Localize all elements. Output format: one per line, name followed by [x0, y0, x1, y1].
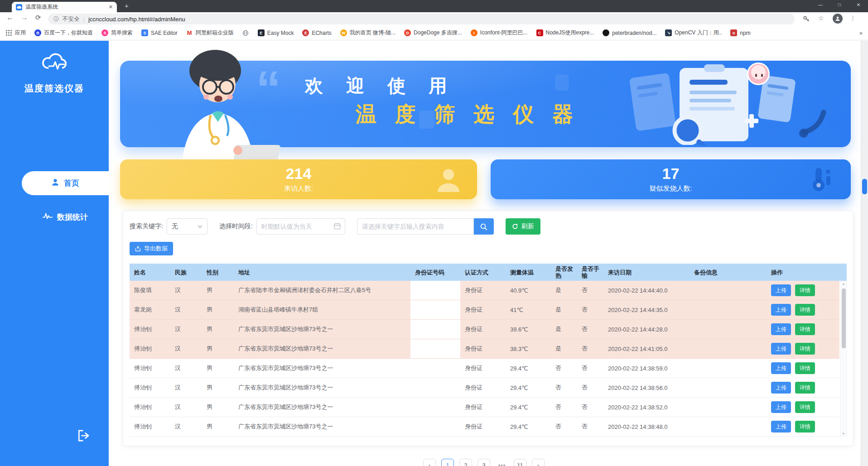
- page-button[interactable]: 3: [477, 459, 490, 466]
- detail-button[interactable]: 详情: [795, 421, 815, 432]
- bookmark-item[interactable]: CNodeJS使用expre...: [536, 29, 594, 37]
- sidebar-item-statistics[interactable]: 数据统计: [22, 207, 109, 226]
- scrollbar-thumb[interactable]: [842, 288, 846, 348]
- refresh-button[interactable]: 刷新: [506, 218, 540, 235]
- bookmark-item[interactable]: DDogeDoge 多吉搜...: [404, 29, 462, 37]
- search-field: [357, 218, 494, 235]
- bookmark-item[interactable]: W我的首页 微博-随...: [340, 29, 395, 37]
- row-actions: 上传详情: [767, 300, 839, 319]
- table-cell: 身份证: [460, 359, 506, 378]
- address-bar[interactable]: ⓘ 不安全 | jccnccloud.com/hp.html#/adminMen…: [48, 14, 795, 24]
- upload-button[interactable]: 上传: [771, 343, 791, 355]
- detail-button[interactable]: 详情: [795, 382, 815, 394]
- bookmark-item[interactable]: IIconfont-阿里巴巴...: [471, 29, 528, 37]
- window-maximize-button[interactable]: □: [830, 0, 849, 11]
- browser-tab[interactable]: 温度筛选系统 ✕: [12, 2, 117, 12]
- chrome-menu-icon[interactable]: ⋮: [850, 14, 856, 21]
- tab-close-icon[interactable]: ✕: [109, 4, 113, 10]
- profile-avatar[interactable]: [833, 14, 843, 24]
- table-cell: 是: [551, 339, 577, 358]
- table-cell: 广东省东莞市莞城区沙地塘73号之一: [234, 359, 410, 378]
- bookmark-star-icon[interactable]: ☆: [818, 14, 824, 22]
- detail-button[interactable]: 详情: [795, 401, 815, 413]
- upload-button[interactable]: 上传: [771, 323, 791, 335]
- bookmark-item[interactable]: ↘OpenCV 入门：用..: [665, 29, 722, 37]
- sidebar-item-home[interactable]: 首页: [22, 171, 109, 195]
- bookmark-item[interactable]: [242, 29, 249, 36]
- table-cell: 广东省东莞市莞城区沙地塘73号之一: [234, 417, 410, 436]
- bookmark-label: Easy Mock: [267, 30, 294, 36]
- page-info-icon[interactable]: ⓘ: [53, 15, 59, 23]
- export-data-button[interactable]: 导出数据: [130, 242, 173, 255]
- medical-clipboard-illustration: [626, 64, 834, 147]
- bookmarks-overflow-icon[interactable]: »: [859, 29, 863, 36]
- bookmark-item[interactable]: nnpm: [730, 29, 750, 36]
- window-close-button[interactable]: ✕: [849, 0, 868, 11]
- security-status: 不安全: [63, 15, 80, 23]
- page-scrollbar[interactable]: [861, 41, 868, 466]
- page-scrollbar-thumb[interactable]: [862, 179, 867, 194]
- table-cell: 39.6℃: [506, 320, 551, 339]
- user-avatar[interactable]: [747, 62, 770, 85]
- bookmark-item[interactable]: M阿里邮箱企业版: [186, 29, 234, 37]
- bookmark-label: 百度一下，你就知道: [44, 29, 93, 37]
- next-page-button[interactable]: ›: [532, 459, 545, 466]
- upload-button[interactable]: 上传: [771, 284, 791, 296]
- page-button[interactable]: 2: [459, 459, 472, 466]
- search-input[interactable]: [357, 218, 474, 235]
- detail-button[interactable]: 详情: [795, 284, 815, 296]
- page-button[interactable]: 1: [441, 459, 454, 466]
- page-button[interactable]: 11: [514, 459, 526, 466]
- bookmark-item[interactable]: S简单搜索: [101, 29, 133, 37]
- keyword-select[interactable]: 无: [167, 218, 207, 235]
- bookmark-item[interactable]: peterbraden/nod...: [603, 29, 656, 36]
- scroll-down-icon[interactable]: ▼: [841, 432, 846, 435]
- bookmark-item[interactable]: B百度一下，你就知道: [34, 29, 93, 37]
- apps-grid-icon: [5, 29, 12, 36]
- detail-button[interactable]: 详情: [795, 323, 815, 335]
- scroll-up-icon[interactable]: ▲: [841, 282, 846, 285]
- npm-icon: n: [730, 29, 737, 36]
- logout-icon[interactable]: [77, 429, 92, 444]
- visitors-label: 来访人数:: [284, 184, 313, 193]
- row-actions: 上传详情: [767, 339, 839, 358]
- detail-button[interactable]: 详情: [795, 343, 815, 355]
- upload-button[interactable]: 上传: [771, 304, 791, 316]
- bookmark-label: 简单搜索: [111, 29, 133, 37]
- bookmark-item[interactable]: EEasy Mock: [258, 29, 294, 36]
- reload-icon[interactable]: ⟳: [35, 14, 41, 22]
- table-cell: 29.4℃: [506, 378, 551, 397]
- bookmark-item[interactable]: EECharts: [302, 29, 331, 36]
- column-header: 身份证号码: [410, 269, 460, 276]
- table-cell: 否: [551, 417, 577, 436]
- detail-button[interactable]: 详情: [795, 304, 815, 316]
- bookmark-item[interactable]: SSAE Editor: [141, 29, 178, 36]
- bookmark-label: DogeDoge 多吉搜...: [414, 29, 462, 37]
- detail-button[interactable]: 详情: [795, 362, 815, 374]
- search-button[interactable]: [474, 218, 494, 235]
- table-cell: 傅治钊: [130, 398, 170, 417]
- bookmark-label: OpenCV 入门：用..: [675, 29, 722, 37]
- row-actions: 上传详情: [767, 359, 839, 378]
- bookmark-item[interactable]: 应用: [5, 29, 26, 37]
- table-cell: [410, 281, 460, 300]
- table-cell: 湖南省蓝山县塔峰镇牛承村7组: [234, 300, 410, 319]
- new-tab-button[interactable]: +: [122, 2, 131, 10]
- upload-button[interactable]: 上传: [771, 401, 791, 413]
- table-cell: 29.4℃: [506, 417, 551, 436]
- upload-button[interactable]: 上传: [771, 382, 791, 394]
- password-key-icon[interactable]: [803, 15, 810, 24]
- date-range-input[interactable]: [256, 218, 345, 235]
- table-cell: 汉: [170, 378, 202, 397]
- table-cell: 2020-02-22 14:44:35.0: [603, 300, 690, 319]
- upload-button[interactable]: 上传: [771, 362, 791, 374]
- window-minimize-button[interactable]: —: [811, 0, 830, 11]
- table-cell: 是: [551, 300, 577, 319]
- upload-button[interactable]: 上传: [771, 421, 791, 432]
- row-actions: 上传详情: [767, 320, 839, 339]
- back-icon[interactable]: ←: [6, 14, 14, 22]
- column-header: 是否手输: [577, 265, 603, 279]
- forward-icon[interactable]: →: [21, 14, 28, 22]
- prev-page-button[interactable]: ‹: [423, 459, 436, 466]
- table-scrollbar[interactable]: ▲ ▼: [840, 281, 847, 437]
